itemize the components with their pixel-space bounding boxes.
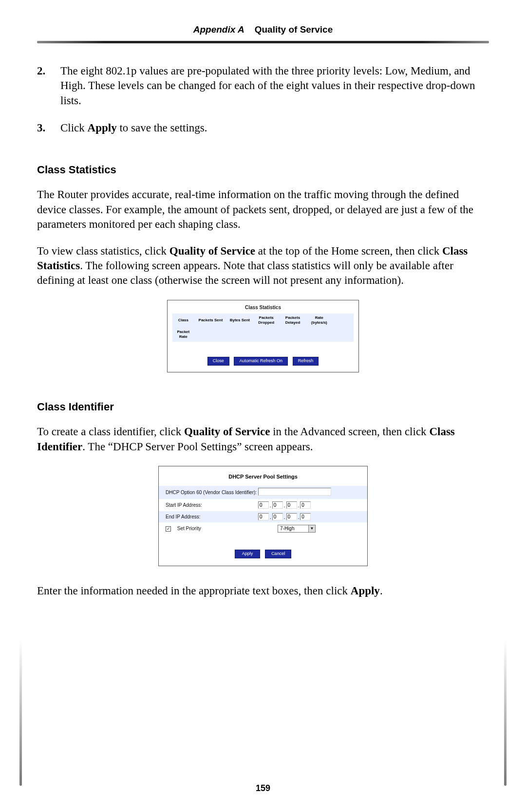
ip-octet[interactable]: 0 — [272, 513, 283, 520]
col-packet-rate: Packet Rate — [172, 328, 194, 342]
figure-title: DHCP Server Pool Settings — [159, 469, 367, 485]
appendix-label: Appendix A — [193, 24, 244, 35]
priority-checkbox[interactable]: ✓ — [166, 526, 171, 532]
side-gradient — [19, 640, 22, 786]
label-end-ip: End IP Address: — [166, 514, 258, 520]
row-option60: DHCP Option 60 (Vendor Class Identifier)… — [159, 485, 367, 499]
ip-octet[interactable]: 0 — [286, 501, 297, 509]
ip-octet[interactable]: 0 — [258, 501, 269, 509]
ip-octet[interactable]: 0 — [286, 513, 297, 520]
input-option60[interactable] — [258, 488, 331, 496]
ip-octet[interactable]: 0 — [272, 501, 283, 509]
list-item-2: 2. The eight 802.1p values are pre-popul… — [37, 64, 489, 108]
list-body: Click Apply to save the settings. — [60, 121, 489, 135]
start-ip-inputs: 0.0.0.0 — [258, 501, 311, 509]
label-set-priority: Set Priority — [177, 526, 201, 531]
paragraph: The Router provides accurate, real-time … — [37, 187, 489, 232]
row-start-ip: Start IP Address: 0.0.0.0 — [159, 499, 367, 511]
col-packets-sent: Packets Sent — [195, 316, 226, 325]
refresh-button[interactable]: Refresh — [293, 357, 319, 366]
figure-dhcp-settings: DHCP Server Pool Settings DHCP Option 60… — [158, 466, 368, 566]
stats-table-header: Class Packets Sent Bytes Sent Packets Dr… — [172, 314, 354, 342]
row-set-priority: ✓ Set Priority 7-High ▼ — [159, 522, 367, 535]
ip-octet[interactable]: 0 — [300, 513, 311, 520]
col-packets-delayed: Packets Delayed — [280, 314, 305, 328]
appendix-title: Quality of Service — [255, 24, 333, 35]
col-class: Class — [172, 316, 194, 325]
list-item-3: 3. Click Apply to save the settings. — [37, 121, 489, 135]
paragraph: To view class statistics, click Quality … — [37, 244, 489, 288]
close-button[interactable]: Close — [207, 357, 229, 366]
paragraph: To create a class identifier, click Qual… — [37, 424, 489, 454]
label-start-ip: Start IP Address: — [166, 502, 258, 508]
priority-select[interactable]: 7-High ▼ — [278, 525, 316, 533]
ip-octet[interactable]: 0 — [258, 513, 269, 520]
heading-class-statistics: Class Statistics — [37, 163, 489, 177]
list-number: 3. — [37, 121, 60, 135]
col-bytes-sent: Bytes Sent — [227, 316, 252, 325]
list-number: 2. — [37, 64, 60, 108]
figure-class-statistics: Class Statistics Class Packets Sent Byte… — [167, 300, 359, 373]
auto-refresh-button[interactable]: Automatic Refresh On — [234, 357, 288, 366]
priority-value: 7-High — [280, 525, 294, 532]
paragraph: Enter the information needed in the appr… — [37, 584, 489, 598]
col-packets-dropped: Packets Dropped — [254, 314, 279, 328]
col-rate: Rate (bytes/s) — [306, 314, 332, 328]
page-number: 159 — [0, 783, 526, 794]
figure-title: Class Statistics — [172, 304, 354, 311]
header-divider — [37, 41, 489, 43]
list-body: The eight 802.1p values are pre-populate… — [60, 64, 489, 108]
label-option60: DHCP Option 60 (Vendor Class Identifier)… — [166, 489, 258, 496]
end-ip-inputs: 0.0.0.0 — [258, 513, 311, 520]
ip-octet[interactable]: 0 — [300, 501, 311, 509]
cancel-button[interactable]: Cancel — [265, 550, 291, 558]
apply-button[interactable]: Apply — [235, 550, 261, 558]
side-gradient — [504, 640, 507, 786]
page-header: Appendix A Quality of Service — [37, 24, 489, 41]
row-end-ip: End IP Address: 0.0.0.0 — [159, 511, 367, 522]
heading-class-identifier: Class Identifier — [37, 400, 489, 414]
chevron-down-icon: ▼ — [308, 525, 315, 532]
